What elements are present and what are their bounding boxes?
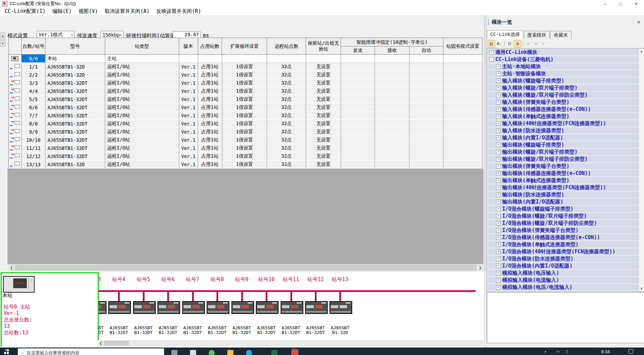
- menu-item-3[interactable]: 取消设置并关闭(A): [101, 8, 153, 15]
- remote-device-icon[interactable]: [231, 301, 254, 314]
- cell-type[interactable]: 远程I/O站: [105, 160, 179, 169]
- tree-item-18[interactable]: +输出模块(单触式连接器类型): [488, 177, 639, 184]
- remote-device-icon[interactable]: [133, 301, 156, 314]
- header-expanded-cyclic[interactable]: 扩展循环设置: [222, 38, 267, 55]
- cell-send[interactable]: [341, 79, 375, 87]
- cell-model[interactable]: AJ65SBTB1-32DT: [45, 152, 105, 160]
- scroll-left-button[interactable]: ❮: [98, 340, 104, 346]
- taskbar-file-explorer-icon[interactable]: [227, 350, 233, 355]
- cell-occ[interactable]: 占用1站: [198, 144, 222, 152]
- cell-res[interactable]: 无设置: [306, 120, 341, 128]
- expand-icon[interactable]: +: [496, 107, 500, 112]
- cell-icon[interactable]: ←→: [9, 136, 22, 144]
- expand-icon[interactable]: +: [496, 164, 500, 169]
- tree-vscrollbar[interactable]: ▲ ▼: [639, 48, 644, 291]
- cell-mode[interactable]: [443, 144, 482, 152]
- tree-item-27[interactable]: +I/O混合模块(单触式连接器类型): [488, 241, 639, 248]
- expand-icon[interactable]: +: [496, 171, 500, 176]
- remote-device-icon[interactable]: [207, 301, 229, 314]
- cell-ver[interactable]: Ver.1: [179, 103, 198, 112]
- cell-mode[interactable]: [443, 160, 482, 169]
- cell-pts[interactable]: [267, 55, 306, 63]
- tree-item-23[interactable]: +I/O混合模块(螺旋/双片端子排类型): [488, 213, 639, 219]
- cell-recv[interactable]: [375, 95, 410, 103]
- table-hscrollbar[interactable]: ❮ ❯: [8, 264, 484, 271]
- cell-exp[interactable]: [222, 55, 267, 63]
- tray-volume-icon[interactable]: ▯: [566, 350, 568, 353]
- tree-item-4[interactable]: +输入模块(螺旋端子排类型): [488, 77, 639, 84]
- cell-exp[interactable]: 1倍设置: [222, 71, 267, 79]
- cell-mode[interactable]: [443, 136, 482, 144]
- expand-icon[interactable]: +: [496, 264, 500, 268]
- cell-ver[interactable]: Ver.1: [179, 160, 198, 169]
- remote-device-icon[interactable]: [157, 301, 180, 314]
- cell-icon[interactable]: ←→: [9, 144, 22, 152]
- cell-type[interactable]: 远程I/O站: [105, 144, 179, 152]
- scan-time-field[interactable]: 29.47: [173, 31, 201, 38]
- taskbar-app-icon-green[interactable]: [209, 350, 215, 355]
- cell-occ[interactable]: 占用1站: [198, 95, 222, 103]
- cell-mode[interactable]: [443, 87, 482, 95]
- cell-send[interactable]: [341, 136, 375, 144]
- tree-item-3[interactable]: +主站·智能设备模块: [488, 70, 639, 77]
- cell-res[interactable]: 无设置: [306, 144, 341, 152]
- cell-occ[interactable]: 占用1站: [198, 63, 222, 71]
- cell-occ[interactable]: [198, 55, 222, 63]
- cell-ver[interactable]: Ver.1: [179, 79, 198, 87]
- header-version[interactable]: 版本: [179, 38, 198, 55]
- remote-device-icon[interactable]: [182, 301, 205, 314]
- remote-device-icon[interactable]: [108, 301, 131, 314]
- cell-send[interactable]: [341, 71, 375, 79]
- tree-item-32[interactable]: +模拟输入模块(电流输入): [488, 277, 639, 283]
- cell-type[interactable]: 远程I/O站: [105, 103, 179, 112]
- cell-res[interactable]: 无设置: [306, 71, 341, 79]
- cell-recv[interactable]: [375, 55, 410, 63]
- cell-recv[interactable]: [375, 112, 410, 120]
- tree-item-1[interactable]: −CC-Link设备(三菱电机): [488, 56, 639, 63]
- header-type[interactable]: 站类型: [105, 38, 179, 55]
- cell-exp[interactable]: 1倍设置: [222, 103, 267, 112]
- tab-搜索模块[interactable]: 搜索模块: [524, 31, 550, 39]
- cell-ver[interactable]: Ver.1: [179, 120, 198, 128]
- taskbar-edge-icon[interactable]: [246, 350, 252, 355]
- taskbar-excel-icon[interactable]: [271, 350, 278, 355]
- remote-device-icon[interactable]: [256, 301, 279, 314]
- tray-network-icon[interactable]: ▭: [556, 350, 560, 353]
- cell-exp[interactable]: 1倍设置: [222, 120, 267, 128]
- expand-icon[interactable]: +: [496, 207, 500, 211]
- cell-icon[interactable]: ←→: [9, 152, 22, 160]
- cell-auto[interactable]: [410, 55, 443, 63]
- cell-model[interactable]: AJ65SBTB1-32DT: [45, 103, 105, 112]
- scroll-up-button[interactable]: ▲: [639, 48, 644, 54]
- tree-item-22[interactable]: +I/O混合模块(螺旋端子排类型): [488, 205, 639, 212]
- tree-item-0[interactable]: +通用CC-Link模块: [488, 49, 639, 56]
- cell-recv[interactable]: [375, 144, 410, 152]
- cell-occ[interactable]: 占用1站: [198, 136, 222, 144]
- master-station-box[interactable]: 本站 站号0 主站Ver.1总连接台数:13总站数:13: [1, 272, 99, 347]
- cell-res[interactable]: 无设置: [306, 136, 341, 144]
- tree-item-9[interactable]: +输入模块(单触式连接器类型): [488, 113, 639, 120]
- drag-grip-icon[interactable]: [488, 19, 489, 25]
- cell-exp[interactable]: 1倍设置: [222, 79, 267, 87]
- cell-ver[interactable]: Ver.1: [179, 87, 198, 95]
- expand-icon[interactable]: +: [496, 114, 500, 119]
- cell-ver[interactable]: [179, 55, 198, 63]
- cell-mode[interactable]: [443, 71, 482, 79]
- cell-send[interactable]: [341, 95, 375, 103]
- cell-num[interactable]: 7/7: [22, 112, 45, 120]
- maximize-button[interactable]: ▢: [613, 0, 628, 7]
- cell-mode[interactable]: [443, 103, 482, 112]
- cell-mode[interactable]: [443, 55, 482, 63]
- taskbar-clock[interactable]: 8:34: [601, 349, 610, 354]
- tree-item-20[interactable]: +输出模块(防水连接器类型): [488, 191, 639, 198]
- expand-all-icon[interactable]: ⊞: [514, 40, 521, 47]
- cell-res[interactable]: 无设置: [306, 103, 341, 112]
- cell-recv[interactable]: [375, 87, 410, 95]
- tree-item-33[interactable]: +模拟输入模块(电压/电流输入): [488, 284, 639, 291]
- cell-auto[interactable]: [410, 71, 443, 79]
- cell-auto[interactable]: [410, 112, 443, 120]
- expand-icon[interactable]: +: [496, 86, 500, 90]
- cell-pts[interactable]: 32点: [267, 144, 306, 152]
- expand-icon[interactable]: +: [496, 257, 500, 261]
- cell-send[interactable]: [341, 160, 375, 169]
